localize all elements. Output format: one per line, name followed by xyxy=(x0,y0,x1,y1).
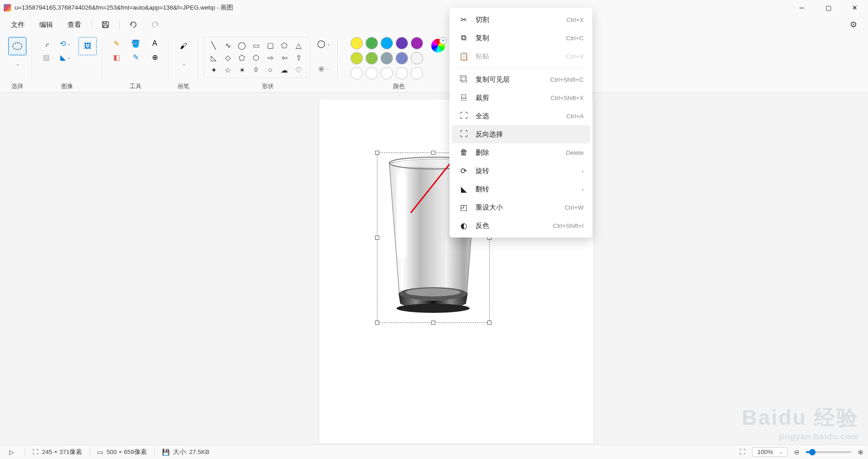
shape-oval-icon[interactable]: ◯ xyxy=(237,40,247,50)
undo-button[interactable] xyxy=(126,17,141,32)
statusbar: ▷ ⛶ 245 × 371像素 ▭ 500 × 659像素 💾 大小: 27.5… xyxy=(0,444,868,459)
fill-tool[interactable]: 🪣 xyxy=(127,37,144,50)
menu-file[interactable]: 文件 xyxy=(4,18,32,32)
ribbon-group-brushes: 🖌 ⌄ 画笔 xyxy=(169,34,198,92)
chevron-right-icon: › xyxy=(582,186,584,193)
ctx-item-invert-color[interactable]: ◐反色Ctrl+Shift+I xyxy=(452,216,590,235)
shape-callout-o-icon[interactable]: ○ xyxy=(265,65,275,75)
color-swatch[interactable] xyxy=(366,37,378,49)
status-filesize: 💾 大小: 27.5KB xyxy=(157,448,214,456)
shape-poly-icon[interactable]: ⬠ xyxy=(279,40,289,50)
selection-handle-br[interactable] xyxy=(487,321,492,325)
ctx-item-delete[interactable]: 🗑删除Delete xyxy=(452,143,590,162)
shape-outline[interactable]: ◯ ⌄ xyxy=(315,37,332,50)
color-swatch[interactable] xyxy=(396,52,408,64)
shape-curve-icon[interactable]: ∿ xyxy=(223,40,233,50)
cut-icon: ✂ xyxy=(458,15,469,25)
color-swatch-empty[interactable] xyxy=(411,67,423,79)
menu-edit[interactable]: 编辑 xyxy=(32,18,60,32)
shape-triangle-icon[interactable]: △ xyxy=(293,40,303,50)
flip-tool[interactable]: ◣ ⌄ xyxy=(57,51,74,63)
redo-button[interactable] xyxy=(148,17,162,32)
selection-handle-tm[interactable] xyxy=(431,151,435,155)
color-swatch-empty[interactable] xyxy=(366,67,378,79)
shape-pentagon-icon[interactable]: ⬠ xyxy=(237,53,247,63)
group-label-shapes: 形状 xyxy=(262,82,274,90)
brush-tool[interactable]: 🖌 xyxy=(174,37,193,55)
ctx-item-crop[interactable]: ⌸裁剪Ctrl+Shift+X xyxy=(452,89,590,107)
ctx-item-invert-sel[interactable]: ⛶反向选择 xyxy=(452,125,590,143)
color-swatch-empty[interactable] xyxy=(381,67,393,79)
ctx-item-flip[interactable]: ◣翻转› xyxy=(452,180,590,198)
brush-dropdown[interactable]: ⌄ xyxy=(174,57,192,70)
color-swatch[interactable] xyxy=(350,52,363,64)
maximize-button[interactable]: ▢ xyxy=(815,0,842,15)
save-button[interactable] xyxy=(98,17,113,32)
zoom-slider[interactable] xyxy=(806,451,852,453)
ctx-item-cut[interactable]: ✂切割Ctrl+X xyxy=(452,11,590,29)
shape-diamond-icon[interactable]: ◇ xyxy=(223,53,233,63)
menu-view[interactable]: 查看 xyxy=(60,18,89,32)
ctx-item-copy[interactable]: ⧉复制Ctrl+C xyxy=(452,29,590,47)
fit-screen-button[interactable]: ⛶ xyxy=(739,448,746,455)
selection-handle-bl[interactable] xyxy=(375,321,379,325)
color-swatch[interactable] xyxy=(350,37,363,49)
color-swatch[interactable] xyxy=(381,37,393,49)
shape-uarrow-icon[interactable]: ⇧ xyxy=(293,53,303,63)
close-button[interactable]: ✕ xyxy=(842,0,868,15)
shape-heart-icon[interactable]: ♡ xyxy=(293,65,303,75)
ctx-item-resize[interactable]: ◰重设大小Ctrl+W xyxy=(452,198,590,216)
shape-cloud-icon[interactable]: ☁ xyxy=(279,65,289,75)
color-swatch[interactable] xyxy=(366,52,378,64)
canvas-area[interactable] xyxy=(0,93,868,444)
zoom-select[interactable]: 100%⌄ xyxy=(752,447,788,457)
shape-star4-icon[interactable]: ✦ xyxy=(209,65,219,75)
selection-handle-tl[interactable] xyxy=(375,151,379,155)
selection-dropdown[interactable]: ⌄ xyxy=(8,57,26,70)
ctx-shortcut: Ctrl+C xyxy=(566,35,584,42)
ctx-shortcut: Delete xyxy=(566,149,584,156)
ctx-item-rotate[interactable]: ⟳旋转› xyxy=(452,162,590,180)
ctx-item-select-all[interactable]: ⛶全选Ctrl+A xyxy=(452,107,590,125)
ctx-item-copy-visible[interactable]: ⿻复制可见层Ctrl+Shift+C xyxy=(452,70,590,89)
zoom-out-button[interactable]: ⊖ xyxy=(794,448,800,456)
minimize-button[interactable]: ─ xyxy=(789,0,815,15)
zoom-in-button[interactable]: ⊕ xyxy=(858,448,863,456)
settings-button[interactable]: ⚙ xyxy=(846,17,861,32)
selection-handle-bm[interactable] xyxy=(431,321,435,325)
shape-roundrect-icon[interactable]: ▢ xyxy=(265,40,275,50)
shape-star6-icon[interactable]: ✶ xyxy=(237,65,247,75)
color-swatch[interactable] xyxy=(411,52,423,64)
eraser-tool[interactable]: ◧ xyxy=(108,51,125,63)
shape-callout-r-icon[interactable]: ◊ xyxy=(251,65,261,75)
transparency-tool[interactable]: ▨ xyxy=(37,51,55,63)
shape-line-icon[interactable]: ╲ xyxy=(209,40,219,50)
shape-rarrow-icon[interactable]: ⇨ xyxy=(265,53,275,63)
shapes-panel[interactable]: ╲ ∿ ◯ ▭ ▢ ⬠ △ ◺ ◇ ⬠ ⬡ ⇨ ⇦ ⇧ ✦ ☆ ✶ xyxy=(204,37,310,78)
color-swatch-empty[interactable] xyxy=(350,67,363,79)
selection-handle-ml[interactable] xyxy=(375,236,379,240)
shape-fill[interactable]: ◉ ⌄ xyxy=(315,62,332,74)
paste-icon: 📋 xyxy=(458,52,469,61)
shape-rtri-icon[interactable]: ◺ xyxy=(209,53,219,63)
ctx-label: 删除 xyxy=(476,148,566,157)
shape-star5-icon[interactable]: ☆ xyxy=(223,65,233,75)
picker-tool[interactable]: ✎ xyxy=(127,51,144,63)
shape-larrow-icon[interactable]: ⇦ xyxy=(279,53,289,63)
shape-rect-icon[interactable]: ▭ xyxy=(251,40,261,50)
rotate-tool[interactable]: ⟲ ⌄ xyxy=(57,37,74,50)
pencil-tool[interactable]: ✎ xyxy=(108,37,125,50)
ctx-label: 翻转 xyxy=(476,185,582,194)
selection-tool[interactable] xyxy=(8,37,26,55)
color-swatch[interactable] xyxy=(411,37,423,49)
color-swatch[interactable] xyxy=(381,52,393,64)
crop-tool[interactable]: ⌌ xyxy=(37,37,55,50)
color-swatch-empty[interactable] xyxy=(396,67,408,79)
color-swatch[interactable] xyxy=(396,37,408,49)
ctx-shortcut: Ctrl+Shift+I xyxy=(553,222,584,229)
shape-hexagon-icon[interactable]: ⬡ xyxy=(251,53,261,63)
text-tool[interactable]: A xyxy=(146,37,163,50)
color-picker-button[interactable] xyxy=(431,39,445,53)
zoom-tool[interactable]: ⊕ xyxy=(146,51,163,63)
image-insert[interactable]: 🖼 xyxy=(78,37,97,55)
